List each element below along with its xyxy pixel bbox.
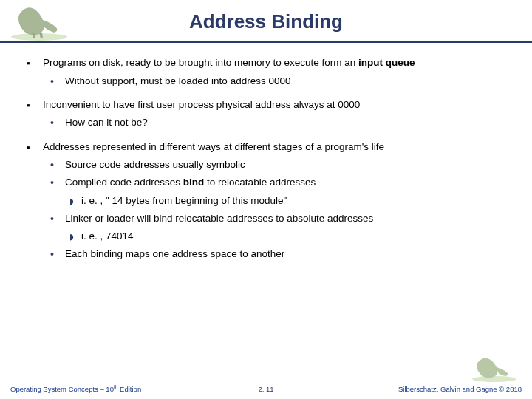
arrow-bullet-icon: ◗ — [69, 194, 81, 208]
slide-content: ▪ Programs on disk, ready to be brought … — [0, 43, 532, 261]
bullet-text: Compiled code addresses bind to relocata… — [65, 176, 505, 189]
bullet-level1: ▪ Programs on disk, ready to be brought … — [27, 56, 505, 70]
slide-number: 2. 11 — [258, 385, 273, 393]
dot-bullet-icon: • — [50, 176, 65, 189]
bullet-text: Programs on disk, ready to be brought in… — [43, 56, 505, 70]
text-fragment: Edition — [117, 385, 141, 393]
square-bullet-icon: ▪ — [27, 98, 43, 112]
slide-header: Address Binding — [0, 0, 532, 43]
bullet-level1: ▪ Inconvenient to have first user proces… — [27, 98, 505, 112]
slide-title: Address Binding — [0, 0, 532, 33]
bullet-text: Addresses represented in different ways … — [43, 140, 505, 154]
bullet-level3: ◗ i. e. , " 14 bytes from beginning of t… — [69, 194, 505, 208]
bullet-text: Source code addresses usually symbolic — [65, 158, 505, 171]
dinosaur-logo-left — [6, 1, 72, 41]
bullet-text: i. e. , 74014 — [81, 230, 505, 243]
dot-bullet-icon: • — [50, 75, 65, 88]
slide-footer: Operating System Concepts – 10th Edition… — [0, 384, 532, 393]
text-bold: bind — [183, 177, 205, 188]
bullet-level2: • Each binding maps one address space to… — [50, 248, 505, 261]
text-fragment: Operating System Concepts – 10 — [10, 385, 114, 393]
arrow-bullet-icon: ◗ — [69, 230, 81, 243]
bullet-level1: ▪ Addresses represented in different way… — [27, 140, 505, 154]
bullet-text: Linker or loader will bind relocatable a… — [65, 212, 505, 225]
text-fragment: Compiled code addresses — [65, 177, 183, 188]
dot-bullet-icon: • — [50, 212, 65, 225]
bullet-level2: • Compiled code addresses bind to reloca… — [50, 176, 505, 189]
bullet-level3: ◗ i. e. , 74014 — [69, 230, 505, 243]
bullet-text: How can it not be? — [65, 116, 505, 129]
bullet-level2: • How can it not be? — [50, 116, 505, 129]
bullet-level2: • Source code addresses usually symbolic — [50, 158, 505, 171]
bullet-text: Without support, must be loaded into add… — [65, 75, 505, 88]
footer-right-text: Silberschatz, Galvin and Gagne © 2018 — [398, 385, 522, 393]
svg-point-1 — [472, 376, 516, 382]
dot-bullet-icon: • — [50, 248, 65, 261]
bullet-level2: • Linker or loader will bind relocatable… — [50, 212, 505, 225]
dinosaur-logo-right — [467, 353, 522, 383]
text-fragment: to relocatable addresses — [204, 177, 316, 188]
text-fragment: Programs on disk, ready to be brought in… — [43, 57, 358, 68]
bullet-text: i. e. , " 14 bytes from beginning of thi… — [81, 194, 505, 208]
dot-bullet-icon: • — [50, 116, 65, 129]
dot-bullet-icon: • — [50, 158, 65, 171]
square-bullet-icon: ▪ — [27, 140, 43, 154]
text-bold: input queue — [358, 57, 415, 68]
bullet-text: Inconvenient to have first user process … — [43, 98, 505, 112]
svg-point-0 — [11, 33, 67, 41]
square-bullet-icon: ▪ — [27, 56, 43, 70]
bullet-level2: • Without support, must be loaded into a… — [50, 75, 505, 88]
footer-left-text: Operating System Concepts – 10th Edition — [10, 384, 141, 393]
bullet-text: Each binding maps one address space to a… — [65, 248, 505, 261]
